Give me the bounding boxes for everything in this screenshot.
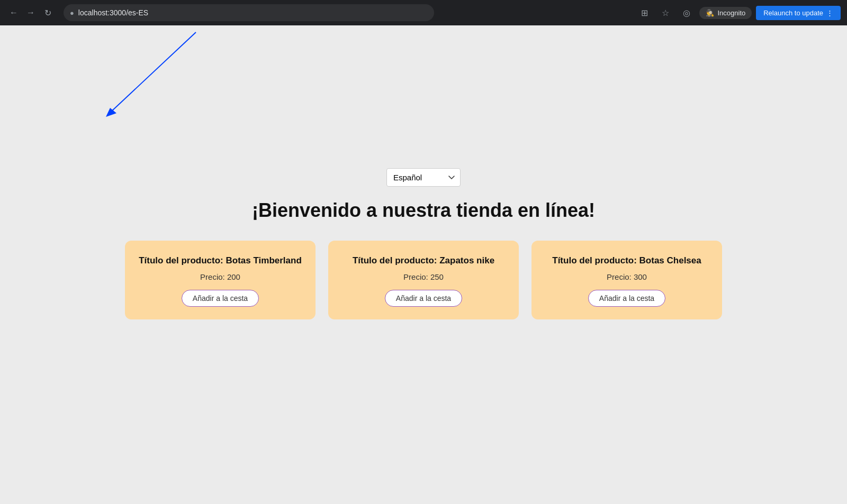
toolbar-right: ⊞ ☆ ◎ 🕵 Incognito Relaunch to update ⋮ [636,4,841,21]
url-text: localhost:3000/es-ES [78,8,148,17]
nav-buttons: ← → ↻ [6,5,55,20]
product-price-1: Precio: 200 [200,272,240,281]
welcome-title: ¡Bienvenido a nuestra tienda en línea! [252,199,595,222]
product-title-1: Título del producto: Botas Timberland [139,255,302,266]
annotation-arrow [85,30,201,120]
incognito-label: Incognito [717,9,745,17]
products-grid: Título del producto: Botas Timberland Pr… [125,241,722,319]
product-title-2: Título del producto: Zapatos nike [353,255,494,266]
product-card-1: Título del producto: Botas Timberland Pr… [125,241,316,319]
product-card-2: Título del producto: Zapatos nike Precio… [328,241,519,319]
page-content: Español English Français Deutsch ¡Bienve… [0,25,847,504]
relaunch-button[interactable]: Relaunch to update ⋮ [756,6,841,20]
product-card-3: Título del producto: Botas Chelsea Preci… [531,241,722,319]
lock-icon: ● [70,9,74,17]
svg-line-0 [111,32,196,112]
back-button[interactable]: ← [6,5,21,20]
reload-button[interactable]: ↻ [40,5,55,20]
product-price-3: Precio: 300 [607,272,647,281]
add-to-cart-button-2[interactable]: Añadir a la cesta [385,290,462,307]
product-price-2: Precio: 250 [403,272,444,281]
translate-icon[interactable]: ⊞ [636,4,653,21]
svg-marker-1 [106,108,116,117]
relaunch-label: Relaunch to update [763,9,823,17]
add-to-cart-button-1[interactable]: Añadir a la cesta [182,290,259,307]
forward-button[interactable]: → [23,5,38,20]
product-title-3: Título del producto: Botas Chelsea [552,255,701,266]
bookmark-icon[interactable]: ☆ [657,4,674,21]
browser-chrome: ← → ↻ ● localhost:3000/es-ES ⊞ ☆ ◎ 🕵 Inc… [0,0,847,25]
address-bar[interactable]: ● localhost:3000/es-ES [64,4,434,21]
extension-icon[interactable]: ◎ [678,4,695,21]
add-to-cart-button-3[interactable]: Añadir a la cesta [588,290,665,307]
language-select[interactable]: Español English Français Deutsch [386,168,461,187]
incognito-badge: 🕵 Incognito [699,7,752,19]
incognito-icon: 🕵 [706,9,714,17]
menu-dots-icon: ⋮ [826,9,833,17]
